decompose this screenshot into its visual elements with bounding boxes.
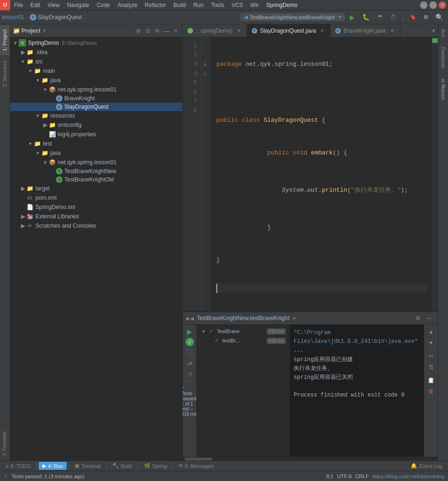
tree-item-tbko[interactable]: ▶ T TestBraveKnightOld xyxy=(10,175,182,184)
close-btn[interactable]: ✕ xyxy=(439,1,446,9)
run-stop-btn[interactable]: ⬛ xyxy=(185,347,195,357)
tree-item-src[interactable]: ▾ 📁 src xyxy=(10,57,182,66)
project-new-file-icon[interactable]: ⊕ xyxy=(135,27,142,35)
run-button[interactable]: ▶ xyxy=(347,12,358,23)
status-text: Tests passed: 1 (3 minutes ago) xyxy=(12,474,84,479)
right-tab-ant[interactable]: Ant xyxy=(438,24,448,42)
project-close-icon[interactable]: — xyxy=(163,27,170,35)
tree-item-java[interactable]: ▾ 📁 java xyxy=(10,76,182,85)
output-line-exit: Process finished with exit code 0 xyxy=(294,391,420,400)
scrollbar-thumb[interactable] xyxy=(185,458,213,460)
tree-item-scratches[interactable]: ▶ ✏ Scratches and Consoles xyxy=(10,221,182,230)
menu-wir[interactable]: Wir xyxy=(247,0,262,10)
run-checkmark-btn[interactable]: ✓ xyxy=(186,338,194,346)
run-config-dropdown[interactable]: ◀ TestBraveKnightNew.testBraveKnight ▾ xyxy=(241,13,345,21)
tree-root[interactable]: ▾ S SpringDemo E:\SpringDemo xyxy=(10,38,182,48)
project-gear-icon[interactable]: ≡ xyxy=(172,27,179,35)
tree-item-xmlconfig[interactable]: ▶ 📁 xmlconfig xyxy=(10,120,182,130)
run-settings-btn[interactable]: ⚙ xyxy=(413,313,423,323)
tree-item-package2[interactable]: ▾ 📦 net.qyk.spirng.lesson01 xyxy=(10,158,182,167)
bottom-tab-run[interactable]: ▶ 4: Run xyxy=(39,462,67,470)
run-output[interactable]: "C:\Program Files\Java\jdk1.8.0_241\bin\… xyxy=(290,325,424,457)
tree-item-test[interactable]: ▾ 📁 test xyxy=(10,139,182,148)
breadcrumb-class[interactable]: SlayDragonQuest xyxy=(38,14,82,21)
horizontal-scrollbar[interactable] xyxy=(183,457,438,460)
bottom-tab-spring[interactable]: 🌿 Spring xyxy=(140,462,171,470)
tree-item-resources[interactable]: ▾ 📁 resources xyxy=(10,111,182,120)
toolbar: lesson01 › C SlayDragonQuest ◀ TestBrave… xyxy=(0,10,448,24)
breadcrumb-lesson[interactable]: lesson01 xyxy=(2,14,24,21)
tab-braveknight[interactable]: C BraveKnight.java ✕ xyxy=(331,24,400,37)
menu-analyze[interactable]: Analyze xyxy=(114,0,141,10)
project-dropdown-arrow[interactable]: ▾ xyxy=(43,28,46,33)
menu-build[interactable]: Build xyxy=(170,0,190,10)
tree-item-idea[interactable]: ▶ 📁 .idea xyxy=(10,48,182,57)
tree-item-java-test[interactable]: ▾ 📁 java xyxy=(10,148,182,158)
tab-springdemo[interactable]: ...springDemo) ✕ xyxy=(183,24,247,37)
sidebar-tab-structure[interactable]: 2: Structure xyxy=(0,56,10,92)
project-collapse-icon[interactable]: ⊟ xyxy=(144,27,152,35)
brave-tab-close[interactable]: ✕ xyxy=(389,28,395,34)
menu-run[interactable]: Run xyxy=(190,0,207,10)
run-scroll-down[interactable]: ▼ xyxy=(426,338,436,348)
layout-button[interactable]: ⊞ xyxy=(421,12,431,23)
tree-item-braveknight[interactable]: ▶ C BraveKnight xyxy=(10,94,182,103)
tree-item-package[interactable]: ▾ 📦 net.qyk.spring.lesson01 xyxy=(10,85,182,94)
tree-item-tbkn[interactable]: ▶ T TestBraveKnightNew xyxy=(10,167,182,175)
run-delete-btn[interactable]: 🗑 xyxy=(426,386,436,397)
menu-refactor[interactable]: Refactor xyxy=(141,0,170,10)
code-content[interactable]: package net.qyk.spring.lesson01; public … xyxy=(211,37,432,311)
sidebar-tab-project[interactable]: 1: Project xyxy=(0,24,10,56)
run-sort-dur-btn[interactable]: ↕T xyxy=(185,369,195,380)
coverage-button[interactable]: ☂ xyxy=(374,12,386,23)
run-wrap-btn[interactable]: ↩ xyxy=(426,351,436,361)
bottom-tab-todo[interactable]: ≡ 6: TODO xyxy=(2,462,34,470)
slay-tab-close[interactable]: ✕ xyxy=(319,28,325,34)
menu-tools[interactable]: Tools xyxy=(207,0,228,10)
tree-item-main[interactable]: ▾ 📁 main xyxy=(10,66,182,76)
run-scroll-up[interactable]: ▲ xyxy=(426,327,436,337)
bottom-tab-eventlog[interactable]: 🔔 Event Log xyxy=(407,462,446,470)
bottom-tab-messages[interactable]: ✉ 0: Messages xyxy=(175,462,217,470)
menu-navigate[interactable]: Navigate xyxy=(63,0,93,10)
menu-view[interactable]: View xyxy=(44,0,63,10)
run-sort-alpha-btn[interactable]: ↕A xyxy=(185,358,195,369)
springdemo-tab-close[interactable]: ✕ xyxy=(235,28,242,34)
menu-vcs[interactable]: VCS xyxy=(228,0,247,10)
run-copy-btn[interactable]: 📋 xyxy=(426,375,436,385)
restore-btn[interactable]: □ xyxy=(429,1,437,9)
menu-edit[interactable]: Edit xyxy=(27,0,44,10)
tree-item-iml[interactable]: ▶ 📄 SpringDemo.iml xyxy=(10,202,182,212)
right-tab-database[interactable]: Database xyxy=(438,42,448,74)
tree-item-extlibs[interactable]: ▶ 📚 External Libraries xyxy=(10,212,182,221)
tab-slaydragonquest[interactable]: C SlayDragonQuest.java ✕ xyxy=(247,24,331,37)
run-play-btn[interactable]: ▶ xyxy=(185,327,195,337)
sidebar-tab-favorites[interactable]: 2: Favorites xyxy=(0,426,10,460)
menu-code[interactable]: Code xyxy=(93,0,114,10)
test-tree-root[interactable]: ▾ ✓ TestBrave 419 ms xyxy=(199,327,288,336)
profile-button[interactable]: ⏱ xyxy=(387,12,399,23)
menu-projectname[interactable]: SpringDemo xyxy=(262,0,301,10)
status-link[interactable]: https://blog.csdn.net/qianvikang xyxy=(372,474,444,479)
run-minimize-btn[interactable]: — xyxy=(424,313,434,323)
project-settings-icon[interactable]: ⚙ xyxy=(153,27,161,35)
run-filter-btn[interactable]: ⇅ xyxy=(426,362,436,372)
package-icon: 📦 xyxy=(48,86,56,93)
tabs-overflow-arrow[interactable]: ▾ xyxy=(429,24,438,37)
bottom-tab-terminal[interactable]: ▣ Terminal xyxy=(71,462,104,470)
tree-item-pom[interactable]: ▶ m pom.xml xyxy=(10,193,182,202)
bookmark-button[interactable]: 🔖 xyxy=(407,12,419,23)
debug-button[interactable]: 🐛 xyxy=(359,12,372,23)
minimize-btn[interactable]: ─ xyxy=(420,1,427,9)
test-tree-child[interactable]: ▶ ✓ testBr... 419 ms xyxy=(199,336,288,345)
run-tab-close[interactable]: ✕ xyxy=(292,316,296,321)
search-button[interactable]: 🔍 xyxy=(433,12,446,23)
bottom-tab-build[interactable]: 🔨 Build xyxy=(109,462,136,470)
tree-item-target[interactable]: ▶ 📁 target xyxy=(10,184,182,193)
right-tab-maven[interactable]: m Maven xyxy=(438,74,448,105)
menu-file[interactable]: File xyxy=(10,0,27,10)
tree-item-slaydragonquest[interactable]: ▶ C SlayDragonQuest xyxy=(10,103,182,111)
brave-tab-label: BraveKnight.java xyxy=(344,28,386,34)
editor-container: ...springDemo) ✕ C SlayDragonQuest.java … xyxy=(183,24,438,460)
tree-item-log4j[interactable]: ▶ 📊 log4j.properties xyxy=(10,130,182,139)
